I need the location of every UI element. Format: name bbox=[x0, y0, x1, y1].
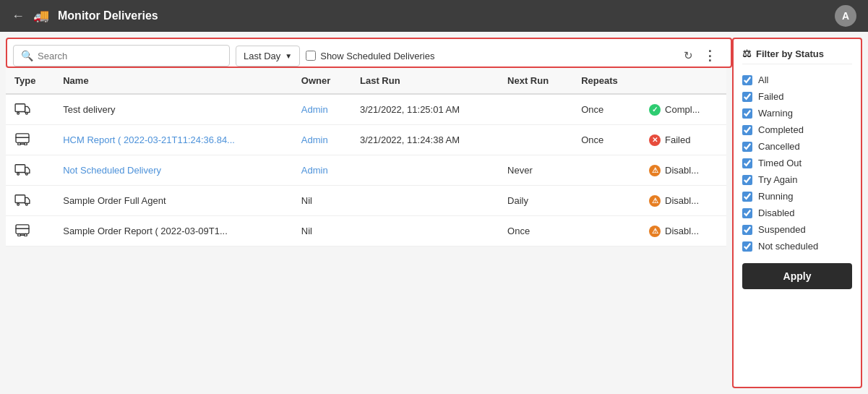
col-name: Name bbox=[54, 68, 293, 94]
avatar[interactable]: A bbox=[835, 5, 856, 27]
cell-repeats bbox=[572, 186, 640, 216]
filter-checkbox-cancelled[interactable] bbox=[742, 142, 752, 152]
main-container: 🔍 Last Day ▼ Show Scheduled Deliveries ↻… bbox=[0, 32, 868, 394]
table-row: Sample Order Full AgentNilDaily⚠Disabl..… bbox=[6, 186, 726, 216]
filter-checkbox-all[interactable] bbox=[742, 75, 752, 85]
filter-item: Completed bbox=[742, 121, 852, 138]
filter-title: ⚖ Filter by Status bbox=[742, 48, 852, 64]
filter-label: Cancelled bbox=[758, 141, 800, 152]
filter-checkbox-suspended[interactable] bbox=[742, 225, 752, 235]
table-row: Sample Order Report ( 2022-03-09T1...Nil… bbox=[6, 216, 726, 247]
svg-point-12 bbox=[26, 203, 28, 205]
cell-repeats: Once bbox=[572, 125, 640, 155]
chevron-down-icon: ▼ bbox=[285, 52, 292, 60]
search-input[interactable] bbox=[38, 51, 222, 61]
cell-last-run bbox=[351, 216, 499, 247]
delivery-name-link[interactable]: Not Scheduled Delivery bbox=[63, 165, 161, 176]
cell-next-run: Daily bbox=[499, 186, 572, 216]
cell-name[interactable]: HCM Report ( 2022-03-21T11:24:36.84... bbox=[54, 125, 293, 155]
filter-items-container: AllFailedWarningCompletedCancelledTimed … bbox=[742, 72, 852, 254]
table-row: Not Scheduled DeliveryAdminNever⚠Disabl.… bbox=[6, 155, 726, 186]
cell-status: ⚠Disabl... bbox=[640, 186, 726, 216]
cell-repeats bbox=[572, 216, 640, 247]
cell-next-run: Never bbox=[499, 155, 572, 186]
filter-label: Warning bbox=[758, 108, 793, 119]
status-badge: ⚠Disabl... bbox=[649, 165, 718, 176]
cell-repeats bbox=[572, 155, 640, 186]
filter-checkbox-completed[interactable] bbox=[742, 125, 752, 135]
filter-item: Timed Out bbox=[742, 155, 852, 171]
show-scheduled-container: Show Scheduled Deliveries bbox=[306, 51, 434, 61]
filter-label: Timed Out bbox=[758, 158, 802, 168]
cell-name: Test delivery bbox=[54, 94, 293, 125]
status-dot: ⚠ bbox=[649, 195, 661, 207]
svg-point-8 bbox=[17, 173, 20, 175]
filter-checkbox-try-again[interactable] bbox=[742, 175, 752, 185]
cell-owner: Nil bbox=[293, 186, 351, 216]
status-badge: ⚠Disabl... bbox=[649, 226, 718, 237]
cell-owner: Admin bbox=[293, 125, 351, 155]
filter-checkbox-timed-out[interactable] bbox=[742, 158, 752, 168]
filter-checkbox-not-scheduled[interactable] bbox=[742, 241, 752, 252]
svg-point-2 bbox=[26, 112, 28, 114]
cell-next-run: Once bbox=[499, 216, 572, 247]
search-box: 🔍 bbox=[13, 45, 230, 67]
time-filter-dropdown[interactable]: Last Day ▼ bbox=[236, 46, 300, 67]
svg-rect-10 bbox=[15, 195, 25, 203]
filter-label: Suspended bbox=[758, 224, 806, 235]
delivery-name-link[interactable]: HCM Report ( 2022-03-21T11:24:36.84... bbox=[63, 134, 235, 145]
cell-last-run bbox=[351, 155, 499, 186]
cell-owner: Admin bbox=[293, 94, 351, 125]
filter-label: Failed bbox=[758, 91, 783, 102]
filter-label: Running bbox=[758, 191, 793, 202]
cell-type bbox=[6, 155, 54, 186]
cell-status: ⚠Disabl... bbox=[640, 155, 726, 186]
col-last-run: Last Run bbox=[351, 68, 499, 94]
cell-name: Sample Order Full Agent bbox=[54, 186, 293, 216]
show-scheduled-checkbox[interactable] bbox=[306, 51, 316, 61]
filter-checkbox-failed[interactable] bbox=[742, 92, 752, 102]
filter-checkbox-running[interactable] bbox=[742, 192, 752, 202]
cell-status: ✕Failed bbox=[640, 125, 726, 155]
filter-item: Not scheduled bbox=[742, 238, 852, 254]
col-type: Type bbox=[6, 68, 54, 94]
svg-rect-13 bbox=[16, 225, 29, 234]
back-icon[interactable]: ← bbox=[12, 9, 25, 24]
cell-type bbox=[6, 216, 54, 247]
top-bar: ← 🚚 Monitor Deliveries A bbox=[0, 0, 868, 32]
status-label: Compl... bbox=[665, 104, 700, 115]
cell-name: Sample Order Report ( 2022-03-09T1... bbox=[54, 216, 293, 247]
col-repeats: Repeats bbox=[572, 68, 640, 94]
table-row: HCM Report ( 2022-03-21T11:24:36.84...Ad… bbox=[6, 125, 726, 155]
cell-owner: Admin bbox=[293, 155, 351, 186]
cell-type bbox=[6, 186, 54, 216]
cell-last-run bbox=[351, 186, 499, 216]
col-owner: Owner bbox=[293, 68, 351, 94]
filter-label: Try Again bbox=[758, 174, 797, 185]
svg-point-1 bbox=[17, 112, 20, 114]
status-badge: ✓Compl... bbox=[649, 104, 718, 116]
filter-item: Failed bbox=[742, 88, 852, 105]
apply-button[interactable]: Apply bbox=[742, 263, 852, 289]
refresh-icon[interactable]: ↻ bbox=[681, 46, 696, 65]
show-scheduled-label: Show Scheduled Deliveries bbox=[320, 51, 434, 61]
cell-last-run: 3/21/2022, 11:24:38 AM bbox=[351, 125, 499, 155]
filter-checkbox-disabled[interactable] bbox=[742, 208, 752, 218]
filter-icon: ⚖ bbox=[742, 48, 752, 59]
status-label: Disabl... bbox=[665, 165, 699, 176]
col-status bbox=[640, 68, 726, 94]
filter-item: Try Again bbox=[742, 171, 852, 188]
cell-name[interactable]: Not Scheduled Delivery bbox=[54, 155, 293, 186]
svg-point-9 bbox=[26, 173, 28, 175]
more-options-icon[interactable]: ⋮ bbox=[700, 45, 719, 67]
filter-label: Disabled bbox=[758, 207, 795, 218]
svg-rect-0 bbox=[15, 104, 25, 112]
left-content: 🔍 Last Day ▼ Show Scheduled Deliveries ↻… bbox=[0, 32, 732, 394]
filter-checkbox-warning[interactable] bbox=[742, 108, 752, 119]
filter-panel: ⚖ Filter by Status AllFailedWarningCompl… bbox=[732, 38, 862, 388]
svg-point-11 bbox=[17, 203, 20, 205]
cell-next-run bbox=[499, 94, 572, 125]
table-container: Type Name Owner Last Run Next Run Repeat… bbox=[0, 68, 732, 394]
table-row: Test deliveryAdmin3/21/2022, 11:25:01 AM… bbox=[6, 94, 726, 125]
status-dot: ⚠ bbox=[649, 226, 661, 237]
